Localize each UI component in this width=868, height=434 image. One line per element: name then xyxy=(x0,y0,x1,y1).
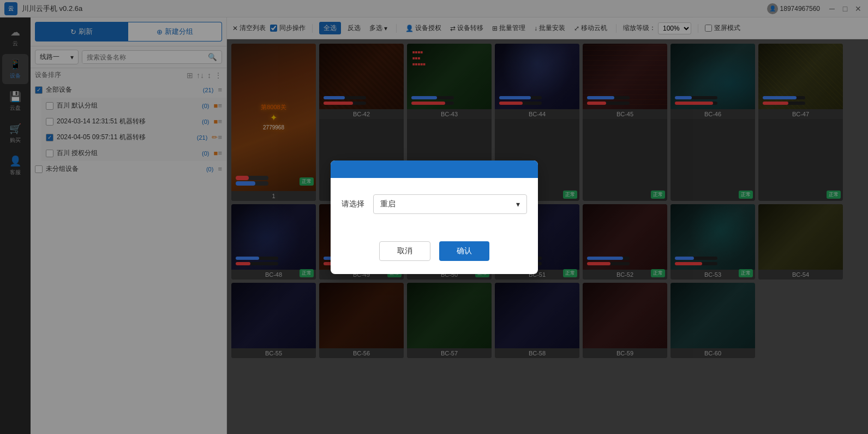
dialog-overlay: 请选择 重启 ▾ 取消 确认 xyxy=(0,0,868,434)
cancel-label: 取消 xyxy=(397,246,412,255)
dropdown-arrow-icon: ▾ xyxy=(516,200,520,209)
dialog-select-value: 重启 xyxy=(380,199,396,209)
dialog-header xyxy=(331,160,538,178)
dialog: 请选择 重启 ▾ 取消 确认 xyxy=(331,160,538,274)
confirm-button[interactable]: 确认 xyxy=(439,241,489,261)
confirm-label: 确认 xyxy=(457,246,472,255)
dialog-footer: 取消 确认 xyxy=(331,236,538,274)
dialog-body: 请选择 重启 ▾ xyxy=(331,178,538,236)
dialog-label: 请选择 xyxy=(342,199,364,209)
dialog-select[interactable]: 重启 ▾ xyxy=(373,194,527,214)
dialog-select-row: 请选择 重启 ▾ xyxy=(342,194,527,214)
cancel-button[interactable]: 取消 xyxy=(379,241,430,261)
